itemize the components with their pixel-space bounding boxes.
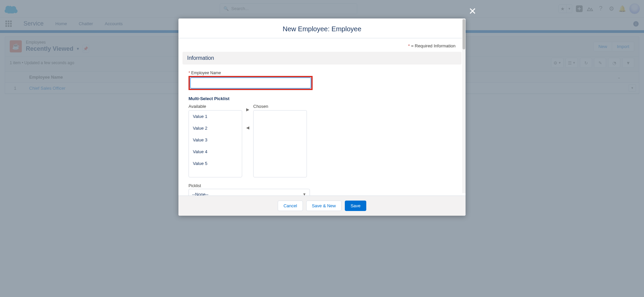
- move-right-icon[interactable]: ▶: [246, 107, 249, 112]
- close-modal-button[interactable]: ✕: [467, 6, 478, 16]
- chosen-listbox[interactable]: [253, 110, 307, 177]
- picklist-label: Picklist: [189, 183, 310, 188]
- available-listbox[interactable]: Value 1 Value 2 Value 3 Value 4 Value 5: [189, 110, 242, 177]
- save-button[interactable]: Save: [345, 201, 366, 211]
- list-item[interactable]: Value 3: [189, 134, 242, 146]
- required-info-legend: * = Required Information: [189, 43, 455, 48]
- list-item[interactable]: Value 4: [189, 146, 242, 158]
- employee-name-highlight: [189, 76, 313, 90]
- move-buttons: ▶ ◀: [246, 104, 249, 130]
- new-employee-modal: ✕ New Employee: Employee * = Required In…: [178, 18, 466, 216]
- picklist-field: Picklist --None-- ▼: [189, 183, 310, 196]
- available-label: Available: [189, 104, 242, 109]
- cancel-button[interactable]: Cancel: [278, 201, 303, 211]
- picklist-select[interactable]: --None-- ▼: [189, 189, 310, 196]
- employee-name-field: * Employee Name: [189, 71, 313, 90]
- dual-listbox: Available Value 1 Value 2 Value 3 Value …: [189, 104, 455, 177]
- available-col: Available Value 1 Value 2 Value 3 Value …: [189, 104, 242, 177]
- list-item[interactable]: Value 5: [189, 158, 242, 169]
- employee-name-input[interactable]: [190, 78, 311, 88]
- required-info-text: = Required Information: [410, 43, 455, 48]
- save-and-new-button[interactable]: Save & New: [306, 201, 342, 211]
- modal-footer: Cancel Save & New Save: [178, 196, 466, 216]
- employee-name-label: * Employee Name: [189, 71, 313, 75]
- move-left-icon[interactable]: ◀: [246, 125, 249, 130]
- list-item[interactable]: Value 1: [189, 111, 242, 122]
- multiselect-label: Multi-Select Picklist: [189, 96, 455, 101]
- modal-scrollbar[interactable]: [462, 18, 466, 193]
- list-item[interactable]: Value 2: [189, 122, 242, 134]
- picklist-value: --None--: [192, 192, 208, 196]
- modal-title: New Employee: Employee: [178, 25, 466, 33]
- section-information: Information: [182, 52, 462, 65]
- modal-body: * = Required Information Information * E…: [178, 38, 466, 196]
- chosen-col: Chosen: [253, 104, 307, 177]
- modal-header: New Employee: Employee: [178, 18, 466, 38]
- chevron-down-icon: ▼: [303, 192, 306, 196]
- employee-name-label-text: Employee Name: [191, 71, 221, 75]
- chosen-label: Chosen: [253, 104, 307, 109]
